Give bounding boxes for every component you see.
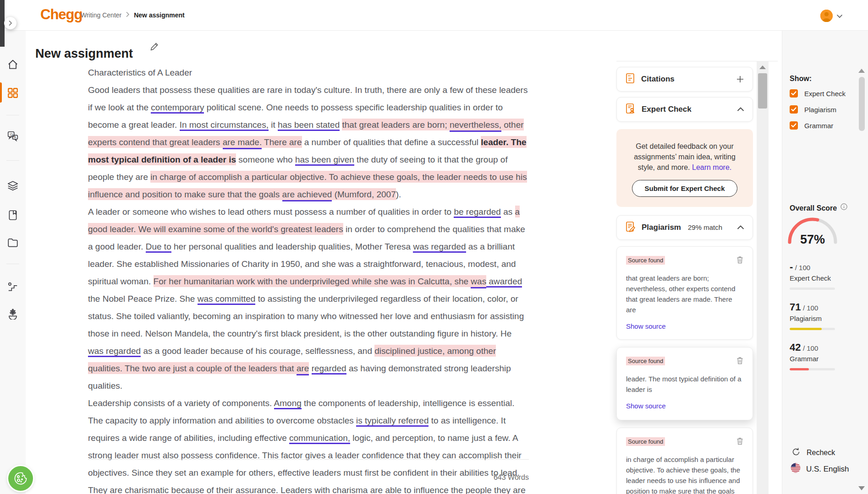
- breadcrumb-page: New assignment: [134, 11, 184, 19]
- trash-icon[interactable]: [736, 357, 743, 366]
- citations-add-icon[interactable]: [736, 75, 744, 83]
- submit-expert-check-button[interactable]: Submit for Expert Check: [632, 180, 737, 197]
- show-checkboxes: Expert CheckPlagiarismGrammar: [790, 89, 846, 137]
- score-progress-bar: [790, 368, 835, 370]
- citations-title: Citations: [641, 75, 675, 84]
- score-label: Grammar: [790, 355, 840, 363]
- account-chevron-down-icon[interactable]: [836, 12, 843, 20]
- plagiarism-source-list: Source foundthat great leaders are born;…: [616, 246, 753, 494]
- apps-grid-icon[interactable]: [7, 87, 19, 99]
- word-count: 643 Words: [88, 473, 529, 482]
- expert-check-card[interactable]: Expert Check: [616, 97, 753, 122]
- page-scroll-down-arrow-icon[interactable]: [858, 486, 865, 490]
- folder-icon[interactable]: [7, 237, 19, 249]
- us-flag-icon: [791, 463, 801, 475]
- tools-column: Citations Expert Check Get detailed feed…: [616, 67, 753, 494]
- career-steps-icon[interactable]: [7, 281, 19, 293]
- trash-icon[interactable]: [736, 256, 743, 266]
- source-excerpt: leader. The most typical definition of a…: [626, 374, 743, 395]
- tools-scrollbar[interactable]: [757, 61, 769, 494]
- source-found-badge: Source found: [626, 437, 665, 446]
- plagiarism-match: 29% match: [688, 223, 722, 231]
- show-checkbox-grammar[interactable]: Grammar: [790, 121, 846, 130]
- source-excerpt: that great leaders are born; nevertheles…: [626, 273, 743, 315]
- score-label: Plagiarism: [790, 315, 840, 322]
- essay-paragraph[interactable]: Characteristics of A Leader: [88, 64, 529, 81]
- show-label: Show:: [790, 75, 812, 83]
- overall-score-label: Overall Score: [790, 204, 837, 212]
- citations-card[interactable]: Citations: [616, 67, 753, 92]
- plagiarism-card[interactable]: Plagiarism 29% match: [616, 215, 753, 240]
- breadcrumb: Writing Center New assignment: [81, 11, 185, 19]
- show-source-link[interactable]: Show source: [626, 402, 743, 410]
- score-value: 71: [790, 301, 801, 313]
- essay-body[interactable]: Characteristics of A LeaderGood leaders …: [88, 64, 529, 494]
- essay-divider: [88, 459, 529, 460]
- score-row-plagiarism: 71 / 100Plagiarism: [790, 301, 840, 330]
- score-panel: Show: Expert CheckPlagiarismGrammar Over…: [782, 31, 868, 494]
- citations-icon: [625, 73, 635, 86]
- source-found-badge: Source found: [626, 256, 665, 265]
- checkbox-label: Expert Check: [804, 90, 846, 98]
- score-breakdown: - / 100Expert Check71 / 100Plagiarism42 …: [790, 261, 840, 382]
- svg-text:A: A: [14, 136, 16, 139]
- checkbox-label: Grammar: [804, 122, 833, 130]
- notebook-icon[interactable]: [7, 209, 19, 221]
- recheck-button[interactable]: Recheck: [791, 447, 835, 458]
- plagiarism-title: Plagiarism: [642, 223, 681, 232]
- active-rail-indicator: [0, 82, 2, 103]
- breadcrumb-chevron-icon: [126, 11, 130, 19]
- checkbox-checked-icon[interactable]: [790, 89, 798, 98]
- plagiarism-source-card[interactable]: Source foundleader. The most typical def…: [616, 347, 753, 420]
- page-scrollbar-thumb[interactable]: [859, 77, 865, 131]
- page-scroll-up-arrow-icon[interactable]: [858, 69, 865, 73]
- avatar[interactable]: [820, 10, 833, 22]
- plagiarism-collapse-icon[interactable]: [737, 225, 744, 230]
- scrollbar-thumb[interactable]: [758, 73, 767, 109]
- score-progress-bar: [790, 328, 835, 330]
- left-icon-rail: QA: [0, 31, 26, 494]
- score-value: -: [790, 261, 793, 272]
- info-icon[interactable]: [841, 203, 847, 212]
- score-out-of: / 100: [795, 264, 810, 271]
- top-header: Chegg Writing Center New assignment: [0, 0, 868, 31]
- checkbox-checked-icon[interactable]: [790, 121, 798, 130]
- source-excerpt: in charge of accomplish a particular obj…: [626, 454, 743, 494]
- expand-sidebar-button[interactable]: [4, 17, 16, 29]
- rail-divider: [6, 115, 19, 115]
- show-checkbox-expert-check[interactable]: Expert Check: [790, 89, 846, 98]
- show-source-link[interactable]: Show source: [626, 322, 743, 330]
- expert-check-title: Expert Check: [642, 105, 692, 114]
- score-label: Expert Check: [790, 274, 840, 282]
- plagiarism-icon: [625, 221, 636, 234]
- essay-paragraph[interactable]: Good leaders that possess these qualitie…: [88, 81, 529, 203]
- score-value: 42: [790, 342, 801, 353]
- growth-plant-icon[interactable]: [7, 308, 19, 320]
- rail-divider: [6, 160, 19, 161]
- expert-check-collapse-icon[interactable]: [737, 107, 744, 112]
- checkbox-label: Plagiarism: [804, 106, 836, 114]
- questions-answers-icon[interactable]: QA: [7, 130, 19, 142]
- cookie-consent-button[interactable]: [8, 466, 33, 491]
- home-icon[interactable]: [7, 59, 19, 71]
- scroll-up-arrow-icon[interactable]: [759, 65, 766, 69]
- learn-more-link[interactable]: Learn more.: [692, 163, 731, 171]
- plagiarism-source-card[interactable]: Source foundin charge of accomplish a pa…: [616, 428, 753, 494]
- chegg-logo[interactable]: Chegg: [40, 6, 82, 23]
- expert-check-promo: Get detailed feedback on your assignment…: [616, 129, 753, 207]
- essay-paragraph[interactable]: A leader or someone who wishes to lead o…: [88, 203, 529, 395]
- show-checkbox-plagiarism[interactable]: Plagiarism: [790, 105, 846, 114]
- plagiarism-source-card[interactable]: Source foundthat great leaders are born;…: [616, 246, 753, 340]
- trash-icon[interactable]: [736, 437, 743, 447]
- layers-icon[interactable]: [7, 179, 19, 191]
- language-selector[interactable]: U.S. English: [791, 463, 849, 475]
- svg-text:Q: Q: [10, 132, 13, 136]
- language-label: U.S. English: [806, 465, 849, 474]
- page-title: New assignment: [35, 47, 133, 61]
- breadcrumb-section[interactable]: Writing Center: [81, 11, 121, 19]
- checkbox-checked-icon[interactable]: [790, 105, 798, 114]
- overall-score-gauge: 57%: [785, 215, 840, 245]
- source-found-badge: Source found: [626, 357, 665, 365]
- edit-title-pencil-icon[interactable]: [149, 41, 159, 54]
- recheck-label: Recheck: [807, 449, 835, 457]
